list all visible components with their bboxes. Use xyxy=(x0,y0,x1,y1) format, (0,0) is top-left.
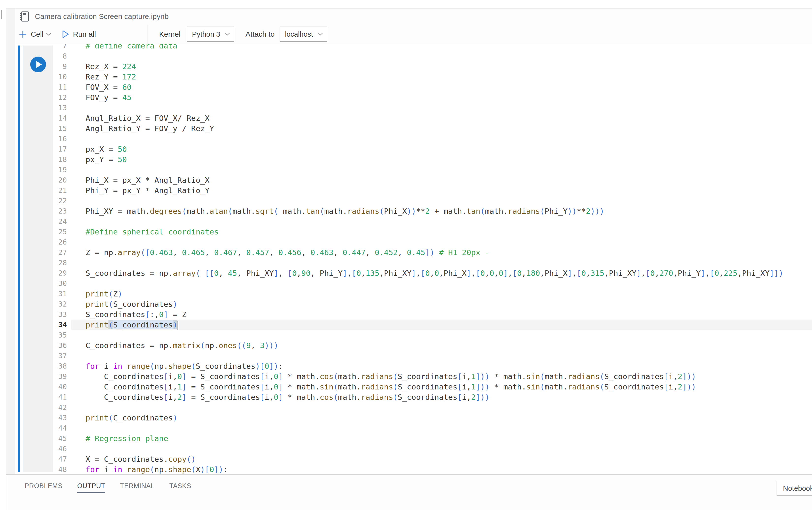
code-line[interactable]: 10Rez_Y = 172 xyxy=(15,72,812,82)
line-number: 46 xyxy=(15,444,69,454)
line-number: 15 xyxy=(15,123,69,134)
code-line[interactable]: 24 xyxy=(15,216,812,227)
code-line[interactable]: 31print(Z) xyxy=(15,289,812,299)
line-number: 13 xyxy=(15,103,69,113)
line-number: 43 xyxy=(15,413,69,423)
code-line[interactable]: 23Phi_XY = math.degrees(math.atan(math.s… xyxy=(15,206,812,216)
code-line[interactable]: 45# Regression plane xyxy=(15,433,812,444)
kernel-select[interactable]: Python 3 xyxy=(187,27,234,42)
code-line[interactable]: 48for i in range(np.shape(X)[0]): xyxy=(15,464,812,474)
code-line[interactable]: 16 xyxy=(15,134,812,144)
code-line-text: C_coordinates = np.matrix(np.ones((9, 3)… xyxy=(86,340,812,350)
code-line-text: Phi_Y = px_Y * Angl_Ratio_Y xyxy=(86,185,812,196)
code-line[interactable]: 40 C_coordinates[i,1] = S_coordinates[i,… xyxy=(15,381,812,392)
code-line[interactable]: 9Rez_X = 224 xyxy=(15,61,812,72)
code-line[interactable]: 37 xyxy=(15,350,812,361)
code-line[interactable]: 11FOV_X = 60 xyxy=(15,82,812,92)
code-line-text: for i in range(np.shape(X)[0]): xyxy=(86,464,812,474)
line-number: 20 xyxy=(15,175,69,185)
line-number: 26 xyxy=(15,237,69,247)
toolbar-separator xyxy=(148,25,148,44)
code-line[interactable]: 32print(S_coordinates) xyxy=(15,299,812,309)
add-cell-button[interactable]: Cell xyxy=(19,30,51,39)
code-line[interactable]: 12FOV_y = 45 xyxy=(15,92,812,103)
code-line-text xyxy=(86,444,812,454)
code-line[interactable]: 28 xyxy=(15,258,812,268)
code-line-text: C_coordinates[i,2] = S_coordinates[i,0] … xyxy=(86,392,812,402)
code-line[interactable]: 7# define camera data xyxy=(15,44,812,51)
attach-host-select[interactable]: localhost xyxy=(280,27,327,42)
chevron-down-icon xyxy=(224,32,230,36)
code-line-text xyxy=(86,258,812,268)
code-line[interactable]: 19 xyxy=(15,165,812,175)
notebook-toolbar: Cell Run all Kernel Python 3 Attach to l… xyxy=(15,24,812,44)
notebook-icon xyxy=(19,10,30,23)
code-editor[interactable]: 7# define camera data89Rez_X = 22410Rez_… xyxy=(15,44,812,474)
code-line-text: Rez_X = 224 xyxy=(86,61,812,72)
code-line[interactable]: 35 xyxy=(15,330,812,340)
code-line[interactable]: 14Angl_Ratio_X = FOV_X/ Rez_X xyxy=(15,113,812,123)
code-line[interactable]: 25#Define spherical coordinates xyxy=(15,227,812,237)
notebook-app-window: Camera calibration Screen capture.ipynb … xyxy=(6,9,812,510)
code-line-text: Angl_Ratio_Y = FOV_y / Rez_Y xyxy=(86,123,812,134)
attach-to-label: Attach to xyxy=(245,30,274,38)
code-line[interactable]: 29S_coordinates = np.array( [[0, 45, Phi… xyxy=(15,268,812,278)
line-number: 37 xyxy=(15,350,69,361)
line-number: 35 xyxy=(15,330,69,340)
line-number: 29 xyxy=(15,268,69,278)
code-line[interactable]: 8 xyxy=(15,51,812,61)
tab-tasks[interactable]: TASKS xyxy=(170,482,191,493)
code-line[interactable]: 27Z = np.array([0.463, 0.465, 0.467, 0.4… xyxy=(15,247,812,258)
code-line[interactable]: 46 xyxy=(15,444,812,454)
code-line[interactable]: 38for i in range(np.shape(S_coordinates)… xyxy=(15,361,812,371)
code-line[interactable]: 36C_coordinates = np.matrix(np.ones((9, … xyxy=(15,340,812,350)
line-number: 17 xyxy=(15,144,69,154)
line-number: 38 xyxy=(15,361,69,371)
code-line[interactable]: 15Angl_Ratio_Y = FOV_y / Rez_Y xyxy=(15,123,812,134)
line-number: 11 xyxy=(15,82,69,92)
line-number: 24 xyxy=(15,216,69,227)
code-line-text xyxy=(86,278,812,289)
code-line-text: print(Z) xyxy=(86,289,812,299)
tab-output[interactable]: OUTPUT xyxy=(77,482,105,493)
code-line[interactable]: 22 xyxy=(15,196,812,206)
plus-icon xyxy=(19,30,27,39)
code-line[interactable]: 30 xyxy=(15,278,812,289)
code-line[interactable]: 34print(S_coordinates) xyxy=(15,319,812,330)
code-line-text: Rez_Y = 172 xyxy=(86,72,812,82)
run-all-button[interactable]: Run all xyxy=(62,30,96,38)
code-line[interactable]: 17px_X = 50 xyxy=(15,144,812,154)
tab-terminal[interactable]: TERMINAL xyxy=(120,482,155,493)
code-line[interactable]: 18px_Y = 50 xyxy=(15,154,812,165)
chevron-down-icon xyxy=(46,32,51,36)
code-line[interactable]: 41 C_coordinates[i,2] = S_coordinates[i,… xyxy=(15,392,812,402)
code-line[interactable]: 42 xyxy=(15,402,812,413)
code-line-text xyxy=(86,216,812,227)
code-line-text: # define camera data xyxy=(86,44,812,51)
line-number: 28 xyxy=(15,258,69,268)
code-line[interactable]: 20Phi_X = px_X * Angl_Ratio_X xyxy=(15,175,812,185)
code-line[interactable]: 33S_coordinates[:,0] = Z xyxy=(15,309,812,319)
panel-output-channel-select[interactable]: Notebook xyxy=(777,481,812,496)
code-line[interactable]: 47X = C_coordinates.copy() xyxy=(15,454,812,464)
code-line[interactable]: 39 C_coordinates[i,0] = S_coordinates[i,… xyxy=(15,371,812,381)
line-number: 40 xyxy=(15,381,69,392)
code-line-text: X = C_coordinates.copy() xyxy=(86,454,812,464)
panel-tabs: PROBLEMS OUTPUT TERMINAL TASKS xyxy=(6,475,812,493)
line-number: 42 xyxy=(15,402,69,413)
tab-problems[interactable]: PROBLEMS xyxy=(25,482,62,493)
line-number: 19 xyxy=(15,165,69,175)
code-line-text: Phi_XY = math.degrees(math.atan(math.sqr… xyxy=(86,206,812,216)
line-number: 33 xyxy=(15,309,69,319)
code-line[interactable]: 26 xyxy=(15,237,812,247)
code-line[interactable]: 44 xyxy=(15,423,812,433)
code-line[interactable]: 21Phi_Y = px_Y * Angl_Ratio_Y xyxy=(15,185,812,196)
code-line[interactable]: 13 xyxy=(15,103,812,113)
code-lines: 7# define camera data89Rez_X = 22410Rez_… xyxy=(15,44,812,474)
line-number: 36 xyxy=(15,340,69,350)
code-line-text: FOV_y = 45 xyxy=(86,92,812,103)
code-line[interactable]: 43print(C_coordinates) xyxy=(15,413,812,423)
code-line-text: Angl_Ratio_X = FOV_X/ Rez_X xyxy=(86,113,812,123)
line-number: 14 xyxy=(15,113,69,123)
line-number: 12 xyxy=(15,92,69,103)
